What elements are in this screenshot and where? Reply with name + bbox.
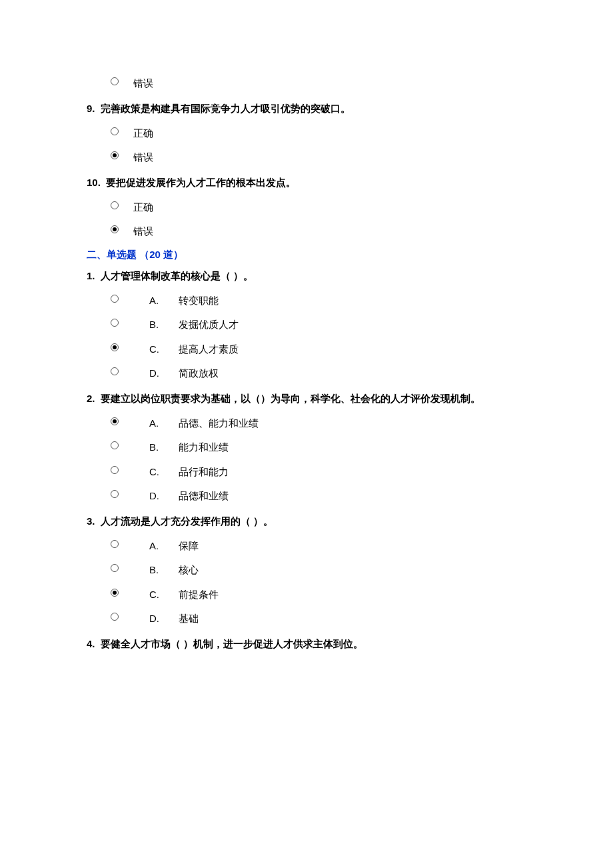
radio-unchecked-icon — [111, 295, 119, 303]
radio-unchecked-icon — [111, 613, 119, 621]
option-letter: A. — [149, 416, 179, 431]
radio-checked-icon — [111, 343, 119, 351]
option-text: 品德、能力和业绩 — [179, 417, 259, 429]
radio-checked-icon — [111, 225, 119, 233]
question-number: 3. — [87, 515, 95, 527]
q9-option-false[interactable]: 错误 — [111, 150, 526, 165]
q8-option-false[interactable]: 错误 — [111, 76, 526, 91]
radio-checked-icon — [111, 151, 119, 159]
mc2-option-a[interactable]: A.品德、能力和业绩 — [111, 416, 526, 431]
question-text: 要健全人才市场（ ）机制，进一步促进人才供求主体到位。 — [101, 638, 363, 649]
mc-question-2: 2. 要建立以岗位职责要求为基础，以（）为导向，科学化、社会化的人才评价发现机制… — [87, 391, 526, 407]
option-letter: B. — [149, 563, 179, 578]
question-text: 完善政策是构建具有国际竞争力人才吸引优势的突破口。 — [101, 103, 350, 114]
radio-unchecked-icon — [111, 77, 119, 85]
radio-unchecked-icon — [111, 540, 119, 548]
radio-unchecked-icon — [111, 564, 119, 572]
option-letter: C. — [149, 465, 179, 480]
question-text: 要建立以岗位职责要求为基础，以（）为导向，科学化、社会化的人才评价发现机制。 — [101, 393, 480, 404]
radio-unchecked-icon — [111, 127, 119, 135]
option-letter: B. — [149, 317, 179, 333]
mc2-option-c[interactable]: C.品行和能力 — [111, 465, 526, 480]
option-letter: D. — [149, 611, 179, 627]
option-text: 前提条件 — [179, 589, 219, 600]
option-letter: B. — [149, 440, 179, 455]
radio-unchecked-icon — [111, 441, 119, 449]
option-label: 错误 — [133, 150, 153, 165]
option-text: 品行和能力 — [179, 466, 229, 477]
question-text: 人才流动是人才充分发挥作用的（ ）。 — [101, 515, 273, 527]
option-text: 提高人才素质 — [179, 343, 239, 355]
mc-question-4: 4. 要健全人才市场（ ）机制，进一步促进人才供求主体到位。 — [87, 636, 526, 652]
mc1-option-a[interactable]: A.转变职能 — [111, 293, 526, 309]
radio-unchecked-icon — [111, 466, 119, 474]
option-letter: C. — [149, 587, 179, 603]
mc-question-3: 3. 人才流动是人才充分发挥作用的（ ）。 — [87, 513, 526, 529]
option-text: 核心 — [179, 564, 199, 575]
option-letter: D. — [149, 489, 179, 504]
question-number: 2. — [87, 393, 95, 404]
mc3-option-b[interactable]: B.核心 — [111, 563, 526, 578]
mc1-option-d[interactable]: D.简政放权 — [111, 366, 526, 381]
radio-checked-icon — [111, 417, 119, 425]
mc3-option-d[interactable]: D.基础 — [111, 611, 526, 627]
quiz-page: 错误 9. 完善政策是构建具有国际竞争力人才吸引优势的突破口。 正确 错误 10… — [0, 0, 613, 868]
option-text: 简政放权 — [179, 367, 219, 379]
radio-unchecked-icon — [111, 201, 119, 209]
option-letter: A. — [149, 293, 179, 309]
option-letter: D. — [149, 366, 179, 381]
mc1-option-b[interactable]: B.发掘优质人才 — [111, 317, 526, 333]
radio-unchecked-icon — [111, 319, 119, 327]
option-label: 错误 — [133, 76, 153, 91]
radio-unchecked-icon — [111, 490, 119, 498]
option-text: 能力和业绩 — [179, 441, 229, 453]
question-text: 人才管理体制改革的核心是（ ）。 — [101, 270, 253, 281]
option-text: 发掘优质人才 — [179, 319, 239, 330]
question-9: 9. 完善政策是构建具有国际竞争力人才吸引优势的突破口。 — [87, 101, 526, 117]
option-text: 品德和业绩 — [179, 490, 229, 501]
mc2-option-b[interactable]: B.能力和业绩 — [111, 440, 526, 455]
mc3-option-c[interactable]: C.前提条件 — [111, 587, 526, 603]
mc2-option-d[interactable]: D.品德和业绩 — [111, 489, 526, 504]
radio-checked-icon — [111, 589, 119, 597]
question-number: 4. — [87, 638, 95, 649]
q10-option-true[interactable]: 正确 — [111, 200, 526, 215]
option-text: 基础 — [179, 613, 199, 624]
q9-option-true[interactable]: 正确 — [111, 126, 526, 141]
option-label: 正确 — [133, 200, 153, 215]
mc1-option-c[interactable]: C.提高人才素质 — [111, 342, 526, 357]
question-10: 10. 要把促进发展作为人才工作的根本出发点。 — [87, 175, 526, 191]
option-text: 保障 — [179, 540, 199, 551]
option-letter: A. — [149, 539, 179, 554]
question-number: 9. — [87, 103, 95, 114]
q10-option-false[interactable]: 错误 — [111, 224, 526, 239]
question-number: 10. — [87, 177, 101, 188]
mc3-option-a[interactable]: A.保障 — [111, 539, 526, 554]
radio-unchecked-icon — [111, 367, 119, 375]
question-text: 要把促进发展作为人才工作的根本出发点。 — [106, 177, 296, 188]
mc-question-1: 1. 人才管理体制改革的核心是（ ）。 — [87, 268, 526, 284]
option-label: 错误 — [133, 224, 153, 239]
section-2-header: 二、单选题 （20 道） — [87, 249, 526, 261]
option-label: 正确 — [133, 126, 153, 141]
option-letter: C. — [149, 342, 179, 357]
question-number: 1. — [87, 270, 95, 281]
option-text: 转变职能 — [179, 295, 219, 306]
